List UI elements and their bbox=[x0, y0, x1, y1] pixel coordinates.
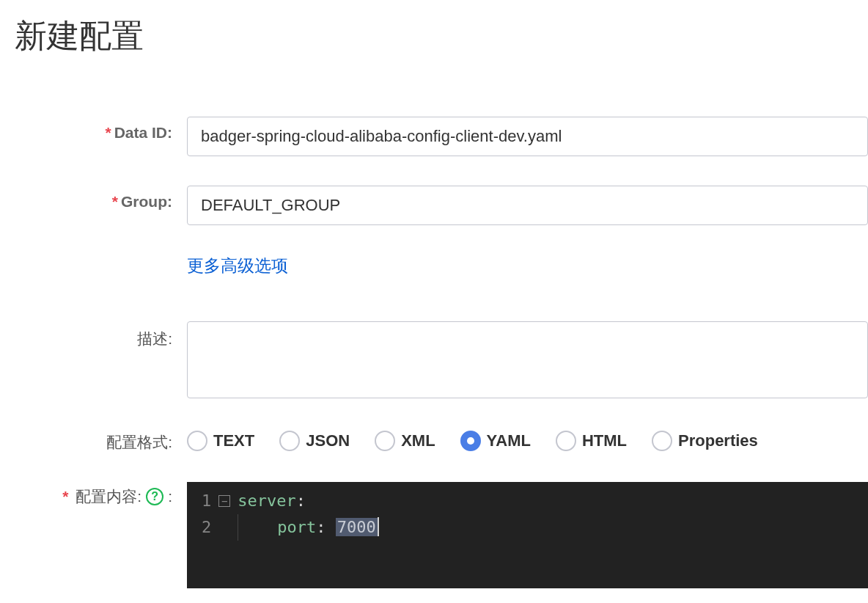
radio-icon bbox=[375, 431, 395, 451]
label-data-id: *Data ID: bbox=[15, 117, 187, 142]
label-content: * 配置内容: ? : bbox=[15, 482, 187, 507]
format-radio-json[interactable]: JSON bbox=[279, 431, 350, 451]
required-mark-icon: * bbox=[112, 193, 118, 210]
editor-gutter: 1 − 2 bbox=[187, 482, 238, 588]
format-radio-group: TEXT JSON XML YAML HTML Properties bbox=[187, 431, 868, 451]
required-mark-icon: * bbox=[62, 488, 68, 505]
line-number: 2 bbox=[202, 514, 211, 541]
code-line: server: bbox=[238, 488, 378, 514]
format-radio-html[interactable]: HTML bbox=[556, 431, 627, 451]
page-title: 新建配置 bbox=[15, 15, 868, 58]
radio-icon bbox=[556, 431, 576, 451]
label-format: 配置格式: bbox=[15, 431, 187, 453]
advanced-options-link[interactable]: 更多高级选项 bbox=[187, 256, 288, 275]
format-radio-yaml[interactable]: YAML bbox=[460, 431, 531, 451]
format-radio-properties[interactable]: Properties bbox=[652, 431, 758, 451]
radio-icon bbox=[187, 431, 207, 451]
radio-icon bbox=[279, 431, 300, 451]
line-number: 1 bbox=[202, 488, 211, 514]
code-line: port: 7000 bbox=[238, 514, 378, 541]
description-input[interactable] bbox=[187, 321, 868, 398]
row-format: 配置格式: TEXT JSON XML YAML HTML bbox=[15, 431, 868, 453]
format-radio-xml[interactable]: XML bbox=[375, 431, 435, 451]
label-group: *Group: bbox=[15, 186, 187, 211]
row-data-id: *Data ID: bbox=[15, 117, 868, 156]
fold-collapse-icon[interactable]: − bbox=[218, 495, 230, 507]
row-content: * 配置内容: ? : 1 − 2 server: port: 7000 bbox=[15, 482, 868, 588]
editor-content[interactable]: server: port: 7000 bbox=[238, 482, 378, 588]
format-radio-text[interactable]: TEXT bbox=[187, 431, 254, 451]
required-mark-icon: * bbox=[105, 124, 111, 141]
radio-icon bbox=[652, 431, 672, 451]
help-icon[interactable]: ? bbox=[146, 488, 163, 505]
code-editor[interactable]: 1 − 2 server: port: 7000 bbox=[187, 482, 868, 588]
row-advanced: 更多高级选项 bbox=[15, 255, 868, 277]
group-input[interactable] bbox=[187, 186, 868, 225]
label-description: 描述: bbox=[15, 321, 187, 349]
row-group: *Group: bbox=[15, 186, 868, 225]
data-id-input[interactable] bbox=[187, 117, 868, 156]
radio-checked-icon bbox=[460, 431, 481, 451]
row-description: 描述: bbox=[15, 321, 868, 401]
cursor-icon bbox=[378, 517, 379, 536]
